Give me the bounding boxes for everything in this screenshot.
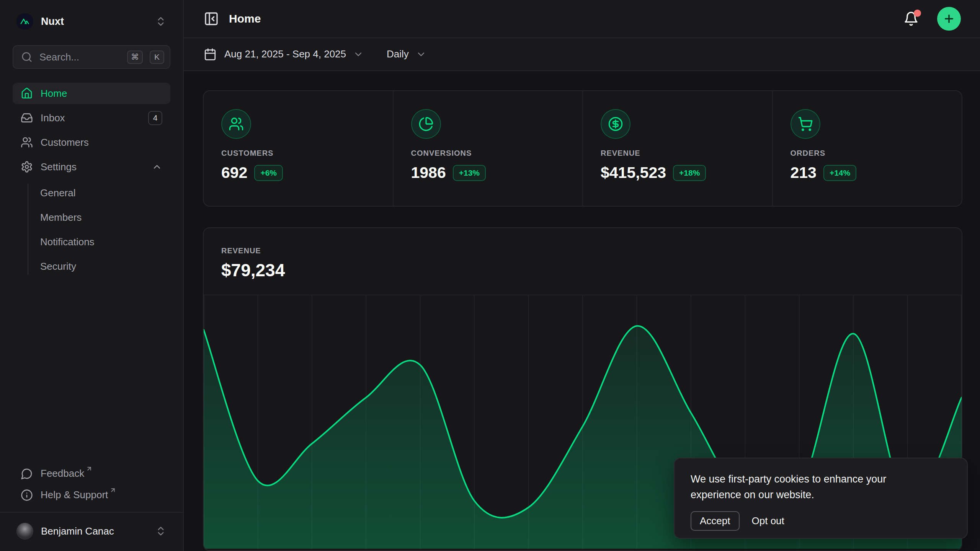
kbd-command: ⌘ (127, 51, 143, 64)
notifications-button[interactable] (903, 11, 919, 26)
inbox-icon (21, 112, 33, 124)
stat-delta-badge: +6% (254, 165, 283, 181)
add-button[interactable] (937, 7, 961, 31)
sidebar-item-label: Customers (41, 137, 89, 148)
user-menu[interactable]: Benjamin Canac (13, 519, 170, 543)
gear-icon (21, 161, 33, 173)
stat-value: 692 (221, 164, 247, 182)
help-support-label: Help & Support (41, 489, 108, 501)
stat-delta-badge: +18% (673, 165, 706, 181)
kbd-k: K (150, 51, 164, 64)
stat-label: REVENUE (601, 149, 755, 158)
sidebar: Nuxt Search... ⌘ K Home (0, 0, 184, 551)
workspace-name: Nuxt (41, 16, 147, 28)
sidebar-item-label: Settings (41, 161, 77, 173)
stat-value: 213 (791, 164, 817, 182)
chevron-down-icon[interactable] (416, 49, 426, 60)
avatar (16, 523, 33, 540)
page-title: Home (229, 12, 261, 25)
stat-card-orders[interactable]: ORDERS 213 +14% (773, 91, 962, 206)
settings-submenu: General Members Notifications Security (13, 181, 170, 279)
optout-cookies-button[interactable]: Opt out (752, 515, 784, 527)
revenue-chart-value: $79,234 (221, 260, 944, 280)
users-icon (21, 136, 33, 148)
feedback-label: Feedback (41, 468, 84, 479)
date-range-picker[interactable]: Aug 21, 2025 - Sep 4, 2025 (224, 48, 346, 60)
message-circle-icon (21, 468, 33, 480)
accept-cookies-button[interactable]: Accept (691, 511, 740, 531)
shopping-cart-icon (791, 109, 820, 139)
search-input[interactable]: Search... ⌘ K (13, 45, 170, 69)
sidebar-subitem-members[interactable]: Members (13, 205, 170, 230)
house-icon (21, 87, 33, 99)
sidebar-subitem-security[interactable]: Security (13, 254, 170, 279)
cookie-message-line2: experience on our website. (691, 489, 814, 500)
filter-bar: Aug 21, 2025 - Sep 4, 2025 Daily (184, 38, 980, 71)
stat-label: ORDERS (791, 149, 944, 158)
users-icon (221, 109, 251, 139)
workspace-switcher[interactable]: Nuxt (13, 13, 170, 30)
stat-card-revenue[interactable]: REVENUE $415,523 +18% (583, 91, 773, 206)
stats-row: CUSTOMERS 692 +6% CONVERSIONS 1986 +13% (203, 90, 962, 207)
sidebar-item-label: Inbox (41, 112, 65, 124)
info-circle-icon (21, 489, 33, 501)
arrow-up-right-icon (86, 465, 93, 472)
stat-label: CONVERSIONS (411, 149, 565, 158)
user-name: Benjamin Canac (41, 525, 147, 537)
inbox-count-badge: 4 (148, 111, 162, 125)
cookie-banner: We use first-party cookies to enhance yo… (674, 458, 968, 539)
sidebar-footer-links: Feedback Help & Support (13, 463, 170, 506)
stat-card-conversions[interactable]: CONVERSIONS 1986 +13% (394, 91, 583, 206)
search-icon (21, 51, 33, 63)
sidebar-item-customers[interactable]: Customers (13, 132, 170, 153)
chevrons-up-down-icon (155, 525, 167, 537)
circle-dollar-icon (601, 109, 630, 139)
sidebar-item-inbox[interactable]: Inbox 4 (13, 107, 170, 129)
calendar-icon (204, 48, 217, 61)
revenue-chart-label: REVENUE (221, 246, 944, 255)
chevrons-up-down-icon (155, 16, 167, 27)
cookie-message-line1: We use first-party cookies to enhance yo… (691, 473, 886, 485)
collapse-sidebar-button[interactable] (204, 11, 219, 26)
period-select[interactable]: Daily (387, 48, 409, 60)
stat-card-customers[interactable]: CUSTOMERS 692 +6% (204, 91, 394, 206)
chevron-up-icon (152, 161, 162, 172)
nuxt-logo-icon (16, 13, 33, 30)
sidebar-spacer (0, 279, 183, 463)
top-bar: Home (184, 0, 980, 38)
stat-label: CUSTOMERS (221, 149, 375, 158)
search-placeholder: Search... (39, 51, 120, 63)
arrow-up-right-icon (109, 487, 116, 494)
sidebar-nav: Home Inbox 4 Customers Settings (13, 83, 170, 181)
sidebar-item-home[interactable]: Home (13, 83, 170, 104)
sidebar-item-label: Home (41, 88, 67, 99)
stat-value: 1986 (411, 164, 446, 182)
stat-delta-badge: +14% (823, 165, 856, 181)
sidebar-subitem-general[interactable]: General (13, 181, 170, 205)
sidebar-item-settings[interactable]: Settings (13, 156, 170, 178)
stat-delta-badge: +13% (453, 165, 486, 181)
help-support-link[interactable]: Help & Support (13, 484, 170, 506)
pie-chart-icon (411, 109, 441, 139)
sidebar-divider (0, 512, 183, 513)
chevron-down-icon[interactable] (353, 49, 364, 60)
app-window: Nuxt Search... ⌘ K Home (0, 0, 980, 551)
feedback-link[interactable]: Feedback (13, 463, 170, 484)
notification-dot (914, 10, 921, 17)
sidebar-subitem-notifications[interactable]: Notifications (13, 230, 170, 254)
stat-value: $415,523 (601, 164, 666, 182)
